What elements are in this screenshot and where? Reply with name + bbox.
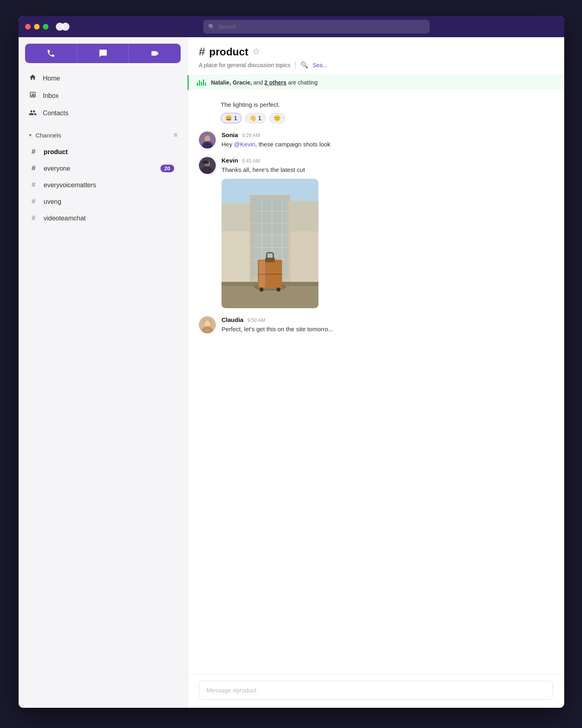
chat-search-text[interactable]: Sea... — [312, 62, 327, 68]
voice-names: Natalie, Gracie, — [211, 79, 252, 86]
home-label: Home — [43, 75, 60, 82]
close-button[interactable] — [25, 24, 31, 30]
smiley-icon: 🙂 — [274, 115, 280, 121]
sender-claudia: Claudia — [221, 316, 243, 323]
channels-section: ▼ Channels ≡ — [19, 125, 187, 144]
voice-bar-2 — [199, 80, 200, 86]
chat-channel-name: product — [209, 46, 249, 58]
triangle-icon: ▼ — [28, 133, 32, 138]
message-kevin: Kevin 9:45 AM Thanks all, here's the lat… — [188, 153, 564, 312]
voice-others[interactable]: 2 others — [264, 79, 286, 86]
svg-rect-2 — [30, 95, 36, 96]
hash-icon-uveng: # — [32, 197, 39, 206]
channel-item-everyvoicematters[interactable]: # everyvoicematters — [22, 177, 184, 193]
message-content-sonia: Sonia 9:29 AM Hey @Kevin, these campaign… — [221, 131, 553, 149]
video-button[interactable] — [129, 44, 181, 63]
search-input[interactable] — [218, 23, 425, 30]
svg-point-32 — [276, 288, 280, 292]
contacts-icon — [28, 108, 37, 118]
contacts-label: Contacts — [43, 110, 68, 117]
time-kevin: 9:45 AM — [242, 158, 260, 164]
channel-description: A place for general discussion topics — [199, 62, 290, 68]
chat-search-icon: 🔍 — [300, 61, 308, 69]
hash-icon-everyvoicematters: # — [32, 181, 39, 189]
home-icon — [28, 74, 37, 83]
avatar-sonia — [199, 131, 216, 148]
voice-bar-5 — [205, 83, 206, 86]
voice-bar-3 — [201, 82, 202, 86]
channel-item-uveng[interactable]: # uveng — [22, 193, 184, 210]
voice-banner-text: Natalie, Gracie, and 2 others are chatti… — [211, 79, 318, 86]
section-title-row: ▼ Channels — [28, 132, 61, 139]
reaction-emoji-2: 👋 — [249, 115, 256, 121]
message-input-area: Message #product — [188, 674, 564, 708]
message-text-1: The lighting is perfect. — [221, 100, 553, 110]
message-text-kevin: Thanks all, here's the latest cut — [221, 165, 553, 175]
app-logo — [55, 21, 70, 32]
channels-menu-icon[interactable]: ≡ — [174, 131, 177, 139]
titlebar: 🔍 — [19, 16, 564, 37]
channel-item-product[interactable]: # product — [22, 144, 184, 160]
message-content-claudia: Claudia 9:50 AM Perfect, let's get this … — [221, 316, 553, 334]
sidebar-item-inbox[interactable]: Inbox — [19, 87, 187, 104]
sidebar-toolbar — [25, 44, 181, 63]
voice-bars — [197, 79, 206, 86]
time-claudia: 9:50 AM — [247, 317, 265, 323]
sidebar: Home Inbox — [19, 37, 188, 708]
svg-point-10 — [202, 161, 209, 164]
time-sonia: 9:29 AM — [242, 133, 260, 138]
channel-name-everyone: everyone — [44, 165, 156, 172]
message-text-claudia: Perfect, let's get this on the site tomo… — [221, 325, 553, 334]
reaction-smile[interactable]: 😄 1 — [221, 113, 242, 123]
reaction-emoji-1: 😄 — [225, 115, 232, 121]
hash-icon-everyone: # — [32, 164, 39, 173]
voice-bar-4 — [203, 79, 204, 86]
sidebar-item-contacts[interactable]: Contacts — [19, 104, 187, 122]
message-input[interactable]: Message #product — [199, 681, 553, 700]
maximize-button[interactable] — [43, 24, 48, 30]
channel-item-everyone[interactable]: # everyone 20 — [22, 160, 184, 177]
message-claudia: Claudia 9:50 AM Perfect, let's get this … — [188, 312, 564, 338]
voice-bar-1 — [197, 83, 198, 86]
chat-subtitle-row: A place for general discussion topics | … — [199, 61, 553, 69]
channel-list: # product # everyone 20 # everyvoicematt… — [19, 144, 187, 226]
search-icon: 🔍 — [208, 23, 215, 30]
minimize-button[interactable] — [34, 24, 40, 30]
sidebar-item-home[interactable]: Home — [19, 70, 187, 87]
subtitle-divider: | — [294, 61, 296, 69]
traffic-lights — [25, 24, 48, 30]
everyone-badge: 20 — [160, 165, 174, 172]
main-layout: Home Inbox — [19, 37, 564, 708]
channel-name-product: product — [44, 148, 174, 156]
channel-name-uveng: uveng — [44, 198, 174, 205]
mention-kevin[interactable]: @Kevin — [234, 141, 255, 148]
chat-button[interactable] — [77, 44, 129, 63]
channel-item-videoteamchat[interactable]: # videoteamchat — [22, 210, 184, 226]
message-text-sonia: Hey @Kevin, these campaign shots look — [221, 140, 553, 149]
star-icon[interactable]: ☆ — [252, 47, 260, 57]
reaction-count-1: 1 — [234, 115, 237, 121]
app-window: 🔍 — [19, 16, 564, 708]
message-sonia: Sonia 9:29 AM Hey @Kevin, these campaign… — [188, 127, 564, 153]
channel-name-videoteamchat: videoteamchat — [44, 215, 174, 222]
inbox-icon — [28, 91, 37, 100]
messages-container: The lighting is perfect. 😄 1 👋 1 — [188, 90, 564, 674]
hash-icon-videoteamchat: # — [32, 214, 39, 222]
hash-icon-product: # — [32, 148, 39, 156]
message-header-claudia: Claudia 9:50 AM — [221, 316, 553, 323]
search-bar[interactable]: 🔍 — [203, 20, 430, 34]
channel-name-everyvoicematters: everyvoicematters — [44, 182, 174, 189]
message-header-sonia: Sonia 9:29 AM — [221, 131, 553, 138]
svg-rect-33 — [259, 261, 265, 287]
chat-hash: # — [199, 45, 205, 58]
message-content-1: The lighting is perfect. 😄 1 👋 1 — [221, 100, 553, 123]
reaction-wave[interactable]: 👋 1 — [245, 113, 266, 123]
add-reaction-button[interactable]: 🙂 — [269, 113, 285, 123]
message-content-kevin: Kevin 9:45 AM Thanks all, here's the lat… — [221, 157, 553, 308]
phone-button[interactable] — [25, 44, 77, 63]
svg-point-1 — [61, 23, 70, 31]
svg-point-4 — [205, 135, 210, 142]
channels-title: Channels — [36, 132, 61, 139]
inbox-label: Inbox — [43, 92, 59, 99]
message-lighting: The lighting is perfect. 😄 1 👋 1 — [188, 96, 564, 127]
